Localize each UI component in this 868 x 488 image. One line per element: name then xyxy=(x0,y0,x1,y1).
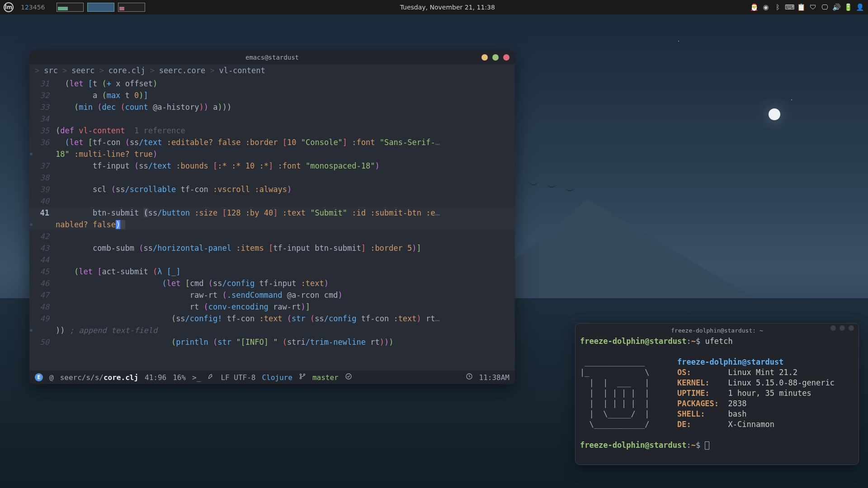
workspace-3[interactable]: 3 xyxy=(29,4,33,11)
window-maximize-button[interactable] xyxy=(840,325,845,331)
modeline-position: 41:96 xyxy=(145,373,166,382)
line-number: 47 xyxy=(29,289,56,301)
code-line[interactable]: 39 scl (ss/scrollable tf-con :vscroll :a… xyxy=(29,183,515,195)
terminal-body[interactable]: freeze-dolphin@stardust:~$ ufetch ______… xyxy=(576,334,859,452)
rocket-icon xyxy=(207,373,214,382)
wrap-indicator-icon xyxy=(30,153,33,155)
keyboard-icon[interactable]: ⌨ xyxy=(785,3,794,11)
line-number: 36 xyxy=(29,136,56,148)
code-line[interactable]: 18" :multi-line? true) xyxy=(29,148,515,160)
modeline[interactable]: E @ seerc/s/s/core.clj 41:96 16% >_ LF U… xyxy=(29,371,515,384)
line-number: 50 xyxy=(29,336,56,348)
code-line[interactable]: 31 (let [t (+ x offset) xyxy=(29,78,515,89)
code-line[interactable]: 40 xyxy=(29,195,515,207)
line-number: 42 xyxy=(29,230,56,242)
line-number xyxy=(29,148,56,160)
svg-point-0 xyxy=(300,374,301,375)
user-icon[interactable]: 👤 xyxy=(855,3,864,11)
code-line[interactable]: 34 xyxy=(29,113,515,125)
code-line[interactable]: 33 (min (dec (count @a-history)) a))) xyxy=(29,101,515,113)
system-monitor-applet[interactable] xyxy=(87,3,114,12)
breadcrumb-segment[interactable]: vl-content xyxy=(219,66,265,75)
line-number: 49 xyxy=(29,313,56,324)
santa-icon[interactable]: 🎅 xyxy=(750,3,759,11)
check-icon xyxy=(345,373,352,382)
window-minimize-button[interactable] xyxy=(830,325,836,331)
system-monitor-applet[interactable] xyxy=(57,3,84,12)
line-number: 35 xyxy=(29,125,56,136)
steam-icon[interactable]: ◉ xyxy=(761,3,770,11)
code-line[interactable]: 42 xyxy=(29,230,515,242)
window-titlebar[interactable]: freeze-dolphin@stardust: ~ xyxy=(576,324,859,334)
code-line[interactable]: 37 tf-input (ss/text :bounds [:* :* 10 :… xyxy=(29,160,515,172)
code-line[interactable]: 44 xyxy=(29,254,515,266)
clock-icon xyxy=(466,373,473,382)
code-line[interactable]: 43 comb-subm (ss/horizontal-panel :items… xyxy=(29,242,515,254)
code-line[interactable]: nabled? false) xyxy=(29,219,515,230)
svg-point-1 xyxy=(300,377,301,379)
code-line[interactable]: 32 a (max t 0)] xyxy=(29,89,515,101)
line-number xyxy=(29,219,56,230)
system-monitor-applet[interactable] xyxy=(118,3,145,12)
code-line[interactable]: 49 (ss/config! tf-con :text (str (ss/con… xyxy=(29,313,515,324)
workspace-1[interactable]: 1 xyxy=(21,4,25,11)
workspace-2[interactable]: 2 xyxy=(25,4,29,11)
terminal-cursor xyxy=(705,441,709,450)
clipboard-icon[interactable]: 📋 xyxy=(797,3,806,11)
code-line[interactable]: 50 (println (str "[INFO] " (stri/trim-ne… xyxy=(29,336,515,348)
window-titlebar[interactable]: emacs@stardust xyxy=(29,51,515,64)
menu-button[interactable]: lm xyxy=(4,2,14,12)
svg-point-3 xyxy=(346,374,351,379)
code-line[interactable]: 36 (let [tf-con (ss/text :editable? fals… xyxy=(29,136,515,148)
line-number: 45 xyxy=(29,266,56,277)
code-line[interactable]: 46 (let [cmd (ss/config tf-input :text) xyxy=(29,277,515,289)
volume-icon[interactable]: 🔊 xyxy=(832,3,841,11)
breadcrumb-segment[interactable]: seerc xyxy=(71,66,94,75)
workspace-6[interactable]: 6 xyxy=(41,4,45,11)
terminal-window[interactable]: freeze-dolphin@stardust: ~ freeze-dolphi… xyxy=(575,323,859,465)
window-close-button[interactable] xyxy=(849,325,854,331)
modeline-state-icon: E xyxy=(35,373,43,381)
code-line[interactable]: 48 rt (conv-encoding raw-rt)] xyxy=(29,301,515,313)
window-minimize-button[interactable] xyxy=(481,54,488,61)
breadcrumb-segment[interactable]: seerc.core xyxy=(159,66,205,75)
line-number: 34 xyxy=(29,113,56,125)
workspace-5[interactable]: 5 xyxy=(37,4,41,11)
line-number: 38 xyxy=(29,172,56,183)
modeline-branch: master xyxy=(312,373,339,382)
window-title: emacs@stardust xyxy=(245,54,299,61)
code-line[interactable]: 38 xyxy=(29,172,515,183)
display-icon[interactable]: 🖵 xyxy=(820,3,829,11)
branch-icon xyxy=(299,373,306,382)
modeline-encoding: LF UTF-8 xyxy=(221,373,255,382)
workspace-4[interactable]: 4 xyxy=(33,4,37,11)
terminal-icon: >_ xyxy=(192,373,201,382)
top-panel: lm 123456 Tuesday, November 21, 11:38 🎅◉… xyxy=(0,0,868,14)
code-line[interactable]: 41 btn-submit (ss/button :size [128 :by … xyxy=(29,207,515,219)
shield-icon[interactable]: 🛡 xyxy=(808,3,817,11)
window-maximize-button[interactable] xyxy=(492,54,499,61)
emacs-window[interactable]: emacs@stardust > src > seerc > core.clj … xyxy=(29,51,515,384)
window-close-button[interactable] xyxy=(503,54,509,61)
modeline-path: seerc/s/s/ xyxy=(60,373,104,382)
wrap-indicator-icon xyxy=(30,329,33,332)
bluetooth-icon[interactable]: ᛒ xyxy=(773,3,782,11)
window-title: freeze-dolphin@stardust: ~ xyxy=(671,327,763,334)
code-line[interactable]: 47 raw-rt (.sendCommand @a-rcon cmd) xyxy=(29,289,515,301)
system-tray: 🎅◉ᛒ⌨📋🛡🖵🔊🔋👤 xyxy=(750,3,864,11)
line-number: 46 xyxy=(29,277,56,289)
breadcrumb-segment[interactable]: core.clj xyxy=(108,66,146,75)
breadcrumb-segment[interactable]: src xyxy=(44,66,58,75)
battery-icon[interactable]: 🔋 xyxy=(844,3,853,11)
breadcrumb[interactable]: > src > seerc > core.clj > seerc.core > … xyxy=(29,64,515,77)
code-line[interactable]: 45 (let [act-submit (λ [_] xyxy=(29,266,515,277)
line-number: 43 xyxy=(29,242,56,254)
line-number: 33 xyxy=(29,101,56,113)
wrap-indicator-icon xyxy=(30,223,33,226)
code-line[interactable]: 35(def vl-content 1 reference xyxy=(29,125,515,136)
modeline-file: core.clj xyxy=(104,373,138,382)
panel-clock[interactable]: Tuesday, November 21, 11:38 xyxy=(146,4,750,11)
code-line[interactable]: )) ; append text-field xyxy=(29,324,515,336)
line-number: 44 xyxy=(29,254,56,266)
code-editor[interactable]: 31 (let [t (+ x offset)32 a (max t 0)]33… xyxy=(29,77,515,348)
